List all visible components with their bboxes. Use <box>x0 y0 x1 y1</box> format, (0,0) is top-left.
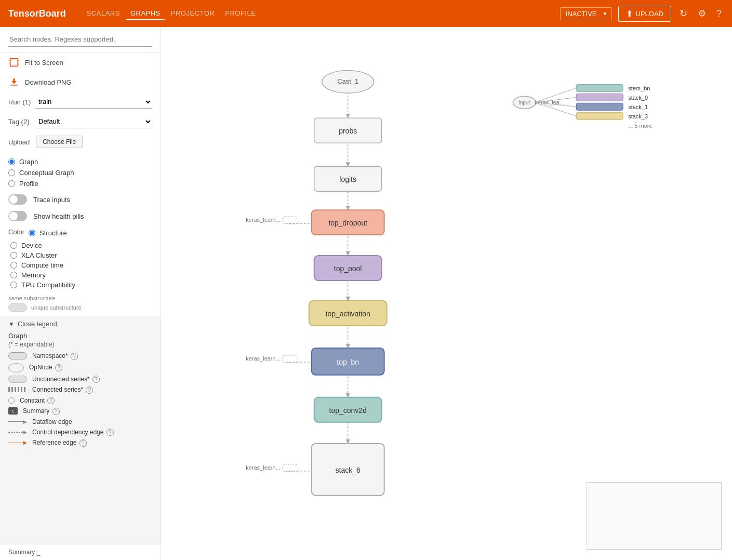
opnode-help[interactable]: ? <box>55 364 62 371</box>
constant-help[interactable]: ? <box>47 397 55 404</box>
help-button[interactable]: ? <box>714 6 724 21</box>
color-compute[interactable]: Compute time <box>10 260 152 270</box>
svg-text:probs: probs <box>339 127 357 135</box>
legend-control: ▶ Control dependency edge ? <box>8 429 152 436</box>
choose-file-button[interactable]: Choose File <box>36 136 83 148</box>
color-structure-radio[interactable] <box>29 230 35 236</box>
connected-help[interactable]: ? <box>86 386 93 394</box>
color-memory-radio[interactable] <box>10 272 17 278</box>
summary-footer-label: Summary _ <box>8 549 40 556</box>
show-health-pills-toggle[interactable] <box>8 211 27 221</box>
svg-text:keras_learn...: keras_learn... <box>246 217 281 223</box>
minimap[interactable] <box>587 482 722 550</box>
svg-text:stack_6: stack_6 <box>336 466 361 474</box>
fit-to-screen-label: Fit to Screen <box>25 59 63 66</box>
graph-type-conceptual-radio[interactable] <box>8 169 15 176</box>
svg-text:top_activation: top_activation <box>326 310 370 318</box>
graph-type-conceptual[interactable]: Conceptual Graph <box>8 167 152 178</box>
svg-text:logits: logits <box>339 175 356 183</box>
legend-namespace: Namespace* ? <box>8 352 152 360</box>
constant-shape <box>8 397 15 404</box>
trace-inputs-toggle[interactable] <box>8 194 27 205</box>
svg-text:... 5 more: ... 5 more <box>628 123 652 129</box>
color-tpu[interactable]: TPU Compatibility <box>10 280 152 290</box>
nav-graphs[interactable]: GRAPHS <box>126 7 165 20</box>
color-device-label: Device <box>21 242 42 249</box>
colors-unique-label: unique substructure <box>31 304 82 311</box>
nav-links: SCALARS GRAPHS PROJECTOR PROFILE <box>83 7 548 20</box>
graph-type-group: Graph Conceptual Graph Profile <box>0 152 161 191</box>
opnode-label: OpNode ? <box>29 364 62 371</box>
namespace-label: Namespace* ? <box>32 352 78 360</box>
upload-button[interactable]: ⬆ UPLOAD <box>618 6 671 22</box>
svg-text:keras_learn...: keras_learn... <box>246 355 281 362</box>
tag-select[interactable]: Default <box>35 115 152 128</box>
nav-scalars[interactable]: SCALARS <box>83 7 124 20</box>
colors-same-label: same substructure <box>8 295 55 301</box>
connected-label: Connected series* ? <box>32 386 93 394</box>
tag-row: Tag (2) Default <box>0 112 161 131</box>
graph-type-profile-radio[interactable] <box>8 180 15 187</box>
topnav-right: INACTIVE ACTIVE ▼ ⬆ UPLOAD ↻ ⚙ ? <box>560 6 724 22</box>
color-options: Device XLA Cluster Compute time Memory T… <box>8 241 152 290</box>
reference-shape: ▶ <box>8 440 27 445</box>
color-xla-radio[interactable] <box>10 252 17 259</box>
summary-shape: Σ <box>8 407 18 415</box>
graph-type-conceptual-label: Conceptual Graph <box>19 169 74 177</box>
legend-items: Namespace* ? OpNode ? Unconnected series… <box>8 352 152 447</box>
download-png-action[interactable]: Download PNG <box>0 72 161 92</box>
svg-text:Cast_1: Cast_1 <box>337 77 358 85</box>
color-xla[interactable]: XLA Cluster <box>10 250 152 260</box>
color-structure[interactable]: Structure <box>29 228 67 238</box>
legend-toggle[interactable]: ▼ Close legend. <box>8 320 152 328</box>
svg-text:top_dropout: top_dropout <box>328 219 367 227</box>
color-memory[interactable]: Memory <box>10 270 152 280</box>
svg-rect-20 <box>283 217 298 224</box>
svg-rect-44 <box>576 103 623 110</box>
control-help[interactable]: ? <box>107 429 114 436</box>
colors-unique-row: unique substructure <box>0 302 161 316</box>
color-tpu-radio[interactable] <box>10 282 17 288</box>
legend-reference: ▶ Reference edge ? <box>8 439 152 447</box>
main-layout: Fit to Screen Download PNG Run (1) train… <box>0 27 732 560</box>
reference-help[interactable]: ? <box>79 439 87 447</box>
legend-summary: Σ Summary ? <box>8 407 152 415</box>
legend-constant: Constant ? <box>8 397 152 405</box>
svg-text:top_bn: top_bn <box>337 358 359 366</box>
svg-text:keras_lea...: keras_lea... <box>535 99 564 105</box>
legend-section: ▼ Close legend. Graph (* = expandable) N… <box>0 316 161 544</box>
color-device-radio[interactable] <box>10 242 17 249</box>
legend-connected: Connected series* ? <box>8 386 152 394</box>
svg-text:input: input <box>519 100 530 105</box>
namespace-help[interactable]: ? <box>71 353 78 360</box>
colors-swatch <box>8 303 27 312</box>
status-select[interactable]: INACTIVE ACTIVE <box>560 7 612 20</box>
constant-label: Constant ? <box>20 397 55 405</box>
summary-help[interactable]: ? <box>52 408 60 415</box>
color-xla-label: XLA Cluster <box>21 251 57 259</box>
fit-to-screen-icon <box>8 57 20 68</box>
svg-text:stack_3: stack_3 <box>628 113 648 119</box>
color-device[interactable]: Device <box>10 241 152 250</box>
summary-label: Summary ? <box>23 407 60 415</box>
graph-type-graph[interactable]: Graph <box>8 156 152 167</box>
graph-type-profile[interactable]: Profile <box>8 178 152 189</box>
color-memory-label: Memory <box>21 271 46 279</box>
settings-button[interactable]: ⚙ <box>696 6 708 21</box>
nav-profile[interactable]: PROFILE <box>221 7 260 20</box>
unconnected-help[interactable]: ? <box>92 376 100 383</box>
topnav: TensorBoard SCALARS GRAPHS PROJECTOR PRO… <box>0 0 732 27</box>
svg-text:stem_bn: stem_bn <box>628 85 650 91</box>
refresh-button[interactable]: ↻ <box>677 6 689 21</box>
run-row: Run (1) train <box>0 92 161 112</box>
nav-projector[interactable]: PROJECTOR <box>167 7 219 20</box>
run-select[interactable]: train <box>35 95 152 109</box>
show-health-pills-row: Show health pills <box>0 208 161 224</box>
color-compute-radio[interactable] <box>10 262 17 269</box>
svg-text:stack_0: stack_0 <box>628 95 648 101</box>
search-input[interactable] <box>8 32 152 47</box>
graph-area[interactable]: Cast_1 probs logits keras_learn... top_d… <box>161 27 732 560</box>
svg-rect-0 <box>10 59 18 66</box>
fit-to-screen-action[interactable]: Fit to Screen <box>0 52 161 72</box>
graph-type-graph-radio[interactable] <box>8 158 15 165</box>
